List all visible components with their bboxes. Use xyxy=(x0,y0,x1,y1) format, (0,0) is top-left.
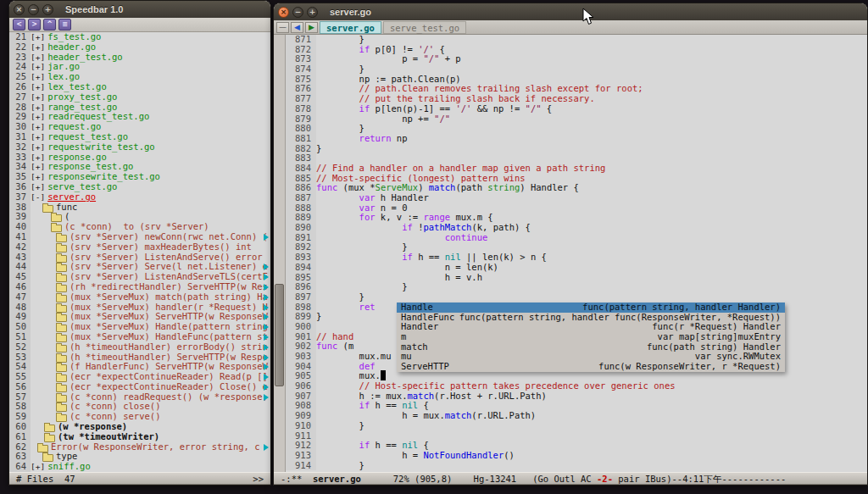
expand-toggle[interactable]: [+] xyxy=(31,62,45,72)
file-name[interactable]: header.go xyxy=(47,42,96,53)
expand-toggle[interactable]: [+] xyxy=(31,172,45,182)
file-name[interactable]: lex_test.go xyxy=(47,82,107,92)
speedbar-row[interactable]: 64[+]sniff.go xyxy=(9,462,270,472)
file-name[interactable]: proxy_test.go xyxy=(47,92,117,103)
code-line[interactable]: 896 } xyxy=(286,282,867,292)
refresh-icon[interactable]: ≡ xyxy=(58,19,71,31)
truncation-arrow-icon xyxy=(264,334,269,341)
hide-tabbar-icon[interactable]: — xyxy=(276,22,289,33)
expand-toggle[interactable]: [+] xyxy=(31,132,45,142)
tab-back-icon[interactable]: ◀ xyxy=(291,22,303,33)
speedbar-file-tree[interactable]: 21[+]fs_test.go22[+]header.go23[+]header… xyxy=(9,32,270,472)
speedbar-row[interactable]: 47(mux *ServeMux) match(path string) Ha xyxy=(9,292,270,303)
speedbar-row[interactable]: 32[+]requestwrite_test.go xyxy=(9,142,270,153)
expand-toggle[interactable]: [+] xyxy=(31,153,45,163)
speedbar-row[interactable]: 59(c *conn) serve() xyxy=(9,412,270,422)
expand-toggle[interactable]: [+] xyxy=(31,92,45,103)
tag-label[interactable]: Error(w ResponseWriter, error string, c xyxy=(51,442,260,452)
maximize-button[interactable]: + xyxy=(307,7,318,18)
expand-toggle[interactable]: [+] xyxy=(31,112,45,122)
expand-toggle[interactable]: [+] xyxy=(31,103,45,113)
tag-label[interactable]: (h *timeoutHandler) errorBody() strin xyxy=(70,342,268,352)
speedbar-row[interactable]: 27[+]proxy_test.go xyxy=(9,92,270,103)
minimize-button[interactable]: − xyxy=(292,7,303,18)
code-line[interactable]: 881 return np xyxy=(286,134,867,144)
expand-toggle[interactable]: [+] xyxy=(31,32,45,42)
autocomplete-item[interactable]: Handlefunc(pattern string, handler Handl… xyxy=(397,303,785,313)
speedbar-titlebar[interactable]: ×−+ Speedbar 1.0 xyxy=(9,1,270,18)
tag-label[interactable]: (srv *Server) maxHeaderBytes() int xyxy=(70,242,252,253)
truncation-arrow-icon xyxy=(264,444,269,451)
folder-icon xyxy=(51,214,62,222)
tag-label[interactable]: (srv *Server) newConn(rwc net.Conn) ( xyxy=(70,232,268,242)
scrollbar-thumb[interactable] xyxy=(275,284,284,386)
file-name[interactable]: sniff.go xyxy=(47,462,91,472)
file-name[interactable]: serve_test.go xyxy=(47,182,117,192)
autocomplete-item[interactable]: ServeHTTPfunc(w ResponseWriter, r *Reque… xyxy=(397,362,785,372)
speedbar-row[interactable]: 42(srv *Server) maxHeaderBytes() int xyxy=(9,242,270,253)
speedbar-row[interactable]: 56(ecr *expectContinueReader) Close() e xyxy=(9,382,270,392)
tab-serve-test-go[interactable]: serve_test.go xyxy=(383,21,466,34)
expand-toggle[interactable]: [+] xyxy=(31,462,45,472)
folder-icon xyxy=(44,425,55,432)
tag-label[interactable]: (mux *ServeMux) HandleFunc(pattern st xyxy=(70,332,268,342)
speedbar-row[interactable]: 22[+]header.go xyxy=(9,42,270,53)
tag-label[interactable]: (rh *redirectHandler) ServeHTTP(w Res xyxy=(70,282,268,292)
code-line[interactable]: 879 np += "/" xyxy=(286,114,867,125)
expand-toggle[interactable]: [+] xyxy=(31,122,45,132)
tag-label[interactable]: (mux *ServeMux) match(path string) Ha xyxy=(70,292,268,303)
expand-toggle[interactable]: [+] xyxy=(31,42,45,53)
editor-scrollbar[interactable] xyxy=(274,35,286,472)
expand-toggle[interactable]: [+] xyxy=(31,182,45,192)
tab-forward-icon[interactable]: ▶ xyxy=(305,22,318,33)
expand-toggle[interactable]: [+] xyxy=(31,142,45,153)
speedbar-row[interactable]: 51(mux *ServeMux) HandleFunc(pattern st xyxy=(9,332,270,342)
speedbar-row[interactable]: 38func xyxy=(9,203,270,213)
expand-toggle[interactable]: [-] xyxy=(31,192,45,203)
speedbar-row[interactable]: 36[+]serve_test.go xyxy=(9,182,270,192)
autocomplete-item[interactable]: mvar map[string]muxEntry xyxy=(397,332,785,342)
file-name[interactable]: requestwrite_test.go xyxy=(47,142,154,153)
code-area[interactable]: 871 }872 if p[0] != '/' {873 p = "/" + p… xyxy=(286,35,867,472)
speedbar-row[interactable]: 62Error(w ResponseWriter, error string, … xyxy=(9,442,270,452)
folder-icon xyxy=(56,285,67,292)
folder-icon xyxy=(56,335,67,342)
tab-server-go[interactable]: server.go xyxy=(320,21,381,34)
up-directory-icon[interactable]: ^ xyxy=(43,19,56,31)
tag-label[interactable]: (tw *timeoutWriter) xyxy=(58,432,159,442)
maximize-button[interactable]: + xyxy=(42,4,53,15)
speedbar-row[interactable]: 31[+]request_test.go xyxy=(9,132,270,142)
speedbar-scroll-right-button[interactable]: >> xyxy=(253,473,264,485)
expand-toggle[interactable]: [+] xyxy=(31,53,45,63)
speedbar-toolbar: <>^≡ xyxy=(9,18,270,32)
file-name[interactable]: request_test.go xyxy=(47,132,128,142)
expand-toggle[interactable]: [+] xyxy=(31,162,45,172)
line-number: 46 xyxy=(9,282,31,292)
file-name[interactable]: server.go xyxy=(47,192,96,203)
speedbar-row[interactable]: 41(srv *Server) newConn(rwc net.Conn) ( xyxy=(9,232,270,242)
speedbar-row[interactable]: 37[-]server.go xyxy=(9,192,270,203)
speedbar-row[interactable]: 52(h *timeoutHandler) errorBody() strin xyxy=(9,342,270,352)
tag-label[interactable]: (ecr *expectContinueReader) Close() e xyxy=(70,382,268,392)
line-number: 910 xyxy=(286,421,316,431)
code-line[interactable]: 913 h = NotFoundHandler() xyxy=(286,451,867,461)
expand-toggle[interactable]: [+] xyxy=(31,82,45,92)
close-button[interactable]: × xyxy=(278,7,289,18)
code-line[interactable]: 914 } xyxy=(286,461,867,471)
line-number: 64 xyxy=(9,462,31,472)
close-button[interactable]: × xyxy=(14,4,25,15)
code-line[interactable]: 882} xyxy=(286,144,867,154)
speedbar-row[interactable]: 46(rh *redirectHandler) ServeHTTP(w Res xyxy=(9,282,270,292)
expand-toggle[interactable]: [+] xyxy=(31,72,45,82)
editor-titlebar[interactable]: ×−+ server.go xyxy=(274,3,867,20)
truncation-arrow-icon xyxy=(264,364,269,370)
code-line[interactable]: 910 } xyxy=(286,421,867,431)
truncation-arrow-icon xyxy=(264,394,269,401)
speedbar-row[interactable]: 61(tw *timeoutWriter) xyxy=(9,432,270,442)
speedbar-row[interactable]: 26[+]lex_test.go xyxy=(9,82,270,92)
back-icon[interactable]: < xyxy=(13,19,25,31)
code-line[interactable]: 909 h = mux.match(r.URL.Path) xyxy=(286,411,867,421)
code-line[interactable]: 873 p = "/" + p xyxy=(286,54,867,64)
minimize-button[interactable]: − xyxy=(28,4,39,15)
forward-icon[interactable]: > xyxy=(28,19,41,31)
